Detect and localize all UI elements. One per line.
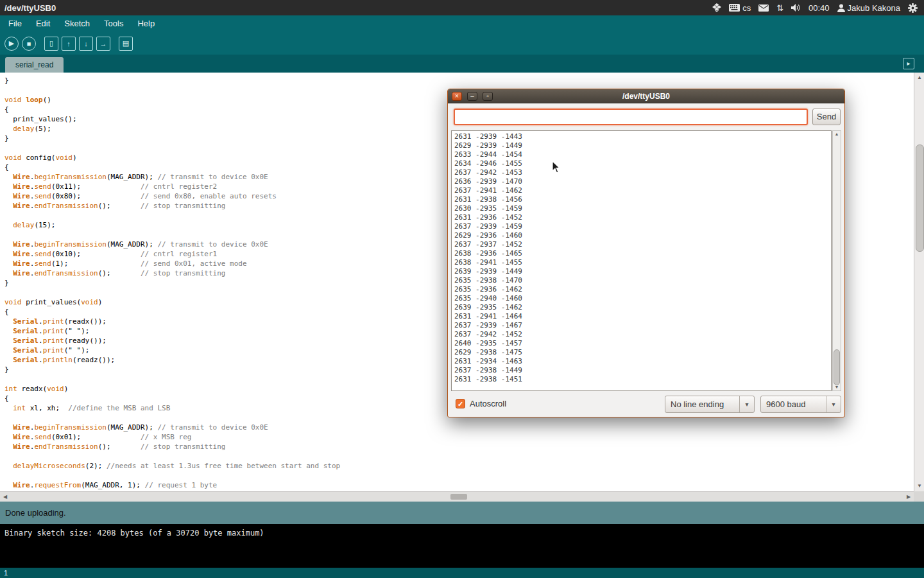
clock[interactable]: 00:40: [809, 3, 830, 13]
serial-line: 2637 -2942 -1453: [454, 168, 831, 177]
menu-item-help[interactable]: Help: [130, 15, 162, 32]
serial-line: 2629 -2938 -1475: [454, 348, 831, 357]
editor-horizontal-scrollbar[interactable]: ◀ ▶: [0, 491, 914, 502]
serial-line: 2637 -2939 -1467: [454, 321, 831, 330]
username-label: Jakub Kakona: [848, 3, 900, 13]
serial-line: 2637 -2937 -1452: [454, 240, 831, 249]
chevron-down-icon: ▾: [826, 396, 841, 412]
maximize-button[interactable]: ▫: [483, 92, 493, 101]
tab-serial-read[interactable]: serial_read: [5, 57, 64, 73]
stop-button[interactable]: ■: [22, 37, 36, 51]
serial-line: 2638 -2936 -1465: [454, 249, 831, 258]
serial-line: 2631 -2938 -1451: [454, 375, 831, 384]
serial-send-input[interactable]: [454, 109, 808, 125]
user-icon: [837, 4, 845, 12]
open-sketch-icon: ↑: [67, 40, 71, 48]
user-menu[interactable]: Jakub Kakona: [837, 3, 900, 13]
code-line: }: [4, 76, 914, 85]
minimize-button[interactable]: –: [467, 92, 477, 101]
chevron-down-icon: ▾: [739, 396, 754, 412]
horizontal-scroll-thumb[interactable]: [450, 494, 467, 500]
mail-icon[interactable]: [758, 4, 769, 12]
system-top-bar: /dev/ttyUSB0 cs ⇅ 00:40 Jakub Kakona: [0, 0, 924, 15]
tab-menu-button[interactable]: ▸: [903, 58, 914, 69]
keyboard-layout-label: cs: [742, 3, 751, 13]
send-button[interactable]: Send: [812, 109, 841, 125]
serial-scrollbar[interactable]: ▲ ▼: [832, 130, 841, 391]
console-output: Binary sketch size: 4208 bytes (of a 307…: [0, 524, 924, 568]
scroll-up-icon[interactable]: ▲: [914, 73, 924, 83]
code-line: Wire.send(0x01); // x MSB reg: [4, 432, 914, 442]
scroll-down-icon[interactable]: ▼: [914, 481, 924, 491]
serial-scroll-down-icon[interactable]: ▼: [833, 384, 841, 390]
editor-vertical-scrollbar[interactable]: ▲ ▼: [914, 73, 924, 491]
serial-line: 2631 -2938 -1456: [454, 195, 831, 204]
serial-monitor-icon: ▤: [123, 39, 129, 48]
serial-monitor-title: /dev/ttyUSB0: [448, 89, 844, 103]
network-transfer-icon[interactable]: ⇅: [776, 3, 783, 13]
save-sketch-button[interactable]: ↓: [79, 37, 93, 51]
serial-line: 2635 -2938 -1470: [454, 276, 831, 285]
scrollbar-corner: [914, 491, 924, 502]
baud-rate-value: 9600 baud: [761, 399, 826, 409]
new-sketch-icon: ▯: [49, 39, 53, 48]
toolbar-buttons: ▶■▯↑↓→▤: [0, 32, 924, 55]
serial-line: 2635 -2936 -1462: [454, 285, 831, 294]
serial-line: 2631 -2936 -1452: [454, 213, 831, 222]
upload-button[interactable]: →: [96, 37, 110, 51]
console-line: Binary sketch size: 4208 bytes (of a 307…: [4, 529, 924, 538]
scroll-left-icon[interactable]: ◀: [0, 492, 10, 502]
serial-line: 2631 -2939 -1443: [454, 132, 831, 141]
volume-icon[interactable]: [791, 4, 801, 12]
serial-line: 2629 -2936 -1460: [454, 231, 831, 240]
serial-line: 2631 -2941 -1464: [454, 312, 831, 321]
serial-scroll-up-icon[interactable]: ▲: [833, 131, 841, 137]
serial-line: 2633 -2944 -1454: [454, 150, 831, 159]
close-button[interactable]: ×: [452, 92, 462, 101]
line-ending-value: No line ending: [665, 399, 739, 409]
scroll-right-icon[interactable]: ▶: [903, 492, 914, 502]
autoscroll-label: Autoscroll: [470, 399, 506, 408]
serial-line: 2636 -2939 -1470: [454, 177, 831, 186]
baud-rate-dropdown[interactable]: 9600 baud ▾: [760, 396, 841, 413]
keyboard-icon: [729, 4, 740, 12]
keyboard-layout-indicator[interactable]: cs: [729, 3, 751, 13]
verify-icon: ▶: [9, 39, 14, 48]
stop-icon: ■: [27, 40, 31, 48]
serial-line: 2639 -2935 -1462: [454, 303, 831, 312]
code-line: Wire.requestFrom(MAG_ADDR, 1); // reques…: [4, 480, 914, 490]
menu-item-tools[interactable]: Tools: [97, 15, 130, 32]
session-gear-icon[interactable]: [908, 3, 918, 13]
line-ending-dropdown[interactable]: No line ending ▾: [665, 396, 755, 413]
menu-item-sketch[interactable]: Sketch: [57, 15, 97, 32]
serial-monitor-titlebar[interactable]: × – ▫ /dev/ttyUSB0: [448, 89, 844, 103]
vertical-scroll-thumb[interactable]: [916, 144, 924, 252]
serial-line: 2630 -2935 -1459: [454, 204, 831, 213]
serial-scroll-thumb[interactable]: [834, 349, 840, 385]
line-indicator-bar: 1: [0, 568, 924, 578]
open-sketch-button[interactable]: ↑: [62, 37, 76, 51]
screen: /dev/ttyUSB0 cs ⇅ 00:40 Jakub Kakona: [0, 0, 924, 578]
serial-line: 2634 -2946 -1455: [454, 159, 831, 168]
serial-line: 2637 -2942 -1452: [454, 330, 831, 339]
serial-line: 2635 -2940 -1460: [454, 294, 831, 303]
status-message: Done uploading.: [5, 508, 66, 518]
new-sketch-button[interactable]: ▯: [44, 37, 58, 51]
serial-line: 2631 -2934 -1463: [454, 357, 831, 366]
serial-line: 2637 -2939 -1459: [454, 222, 831, 231]
autoscroll-checkbox[interactable]: ✓: [456, 399, 465, 408]
system-tray: cs ⇅ 00:40 Jakub Kakona: [712, 3, 924, 13]
verify-button[interactable]: ▶: [4, 37, 19, 51]
serial-line: 2637 -2941 -1462: [454, 186, 831, 195]
menu-item-file[interactable]: File: [1, 15, 29, 32]
tab-bar: serial_read ▸: [0, 55, 924, 73]
save-sketch-icon: ↓: [84, 40, 88, 48]
serial-monitor-button[interactable]: ▤: [119, 37, 133, 51]
menu-item-edit[interactable]: Edit: [29, 15, 57, 32]
current-line-number: 1: [4, 569, 8, 577]
checkmark-icon: ✓: [458, 400, 463, 408]
dropbox-icon[interactable]: [712, 3, 721, 12]
upload-icon: →: [100, 40, 107, 48]
serial-line: 2639 -2939 -1449: [454, 267, 831, 276]
mouse-cursor: [552, 161, 561, 173]
